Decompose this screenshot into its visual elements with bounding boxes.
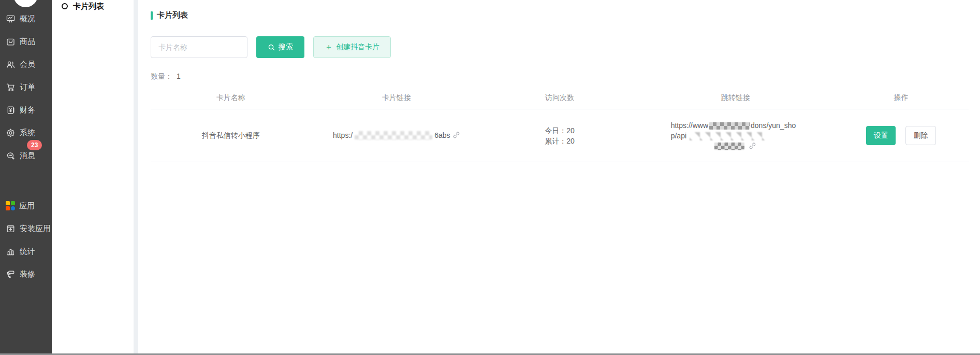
- sidebar-item-orders[interactable]: 订单: [0, 76, 52, 98]
- visit-count-block: 今日：20 累计：20: [545, 125, 575, 146]
- sidebar-item-label: 概况: [20, 14, 35, 24]
- sidebar-item-overview[interactable]: 概况: [0, 7, 52, 30]
- sidebar-item-label: 安装应用: [20, 224, 51, 234]
- gear-icon: [6, 128, 16, 138]
- sidebar-item-label: 系统: [20, 128, 35, 138]
- create-button-label: 创建抖音卡片: [336, 42, 379, 52]
- redacted-block: [714, 143, 744, 150]
- link-icon[interactable]: [452, 131, 460, 139]
- redacted-block: [355, 131, 432, 140]
- cell-jump-link: https://wwwdons/yun_sho p/api: [637, 120, 833, 151]
- header-actions: 操作: [833, 93, 969, 103]
- settings-button[interactable]: 设置: [866, 126, 896, 145]
- page-title-text: 卡片列表: [157, 10, 188, 20]
- decorate-icon: [6, 269, 16, 279]
- count-value: 1: [177, 72, 181, 80]
- sidebar-item-label: 应用: [19, 201, 35, 211]
- count-row: 数量： 1: [151, 72, 969, 81]
- sidebar-item-goods[interactable]: 商品: [0, 30, 52, 53]
- sidebar-item-label: 订单: [20, 82, 35, 92]
- submenu-item-card-list[interactable]: 卡片列表: [62, 1, 134, 11]
- main-content: 卡片列表 搜索 ＋ 创建抖音卡片 数量： 1 卡片名称 卡片链接 访问次数 跳转…: [138, 0, 980, 353]
- main-sidebar: 概况 商品 会员 订单 财务 系统: [0, 0, 52, 353]
- sidebar-nav: 概况 商品 会员 订单 财务 系统: [0, 0, 52, 286]
- sidebar-item-members[interactable]: 会员: [0, 53, 52, 76]
- create-douyin-card-button[interactable]: ＋ 创建抖音卡片: [313, 36, 391, 58]
- count-label: 数量：: [151, 72, 172, 80]
- sidebar-item-label: 财务: [20, 105, 35, 115]
- jump-link-prefix: https://www: [671, 121, 708, 130]
- apps-icon: [6, 201, 15, 210]
- header-jump-link: 跳转链接: [637, 93, 833, 103]
- visits-today-label: 今日：: [545, 126, 566, 135]
- goods-icon: [6, 37, 16, 47]
- card-table: 卡片名称 卡片链接 访问次数 跳转链接 操作 抖音私信转小程序 https:/6…: [151, 87, 969, 162]
- redacted-block: [709, 122, 750, 130]
- table-header-row: 卡片名称 卡片链接 访问次数 跳转链接 操作: [151, 87, 969, 109]
- jump-link-line3: [671, 141, 800, 151]
- sidebar-item-messages[interactable]: 消息 23: [0, 144, 52, 167]
- jump-link-block: https://wwwdons/yun_sho p/api: [671, 120, 800, 151]
- header-visit-count: 访问次数: [482, 93, 637, 103]
- cell-card-link: https:/6abs: [311, 131, 482, 140]
- members-icon: [6, 60, 16, 69]
- title-accent-bar: [151, 11, 153, 20]
- sidebar-item-apps[interactable]: 应用: [0, 194, 52, 217]
- sidebar-item-install-app[interactable]: 安装应用: [0, 217, 52, 240]
- toolbar: 搜索 ＋ 创建抖音卡片: [151, 36, 969, 58]
- sidebar-item-finance[interactable]: 财务: [0, 98, 52, 121]
- cart-icon: [6, 82, 16, 92]
- sidebar-item-label: 会员: [20, 60, 35, 69]
- card-link-prefix: https:/: [333, 131, 353, 139]
- jump-link-mid: dons/yun_sho: [751, 121, 796, 130]
- visits-total-value: 20: [566, 137, 575, 145]
- magnifier-icon: [268, 44, 275, 51]
- jump-link-line2: p/api: [671, 132, 686, 140]
- delete-button[interactable]: 删除: [905, 126, 936, 145]
- message-badge: 23: [27, 140, 42, 150]
- search-button[interactable]: 搜索: [256, 36, 304, 58]
- sidebar-item-label: 消息: [20, 151, 35, 161]
- visits-today-value: 20: [566, 126, 575, 135]
- dashboard-icon: [6, 14, 16, 24]
- sidebar-item-label: 商品: [20, 37, 35, 47]
- app-window: 概况 商品 会员 订单 财务 系统: [0, 0, 980, 353]
- card-link-suffix: 6abs: [434, 131, 450, 139]
- plus-icon: ＋: [325, 43, 333, 51]
- cell-visit-count: 今日：20 累计：20: [482, 125, 637, 146]
- link-icon[interactable]: [749, 142, 756, 150]
- sidebar-item-label: 统计: [20, 247, 35, 257]
- sidebar-item-system[interactable]: 系统: [0, 121, 52, 144]
- radio-circle-icon: [62, 3, 68, 9]
- visits-total-label: 累计：: [545, 137, 566, 145]
- stats-icon: [6, 247, 16, 257]
- submenu-item-label: 卡片列表: [73, 2, 104, 11]
- redacted-block: [690, 132, 767, 140]
- search-button-label: 搜索: [279, 42, 293, 52]
- cell-card-name: 抖音私信转小程序: [151, 131, 311, 140]
- sidebar-item-label: 装修: [20, 269, 35, 279]
- sidebar-item-decorate[interactable]: 装修: [0, 263, 52, 286]
- cell-actions: 设置 删除: [833, 126, 969, 145]
- header-card-link: 卡片链接: [311, 93, 482, 103]
- secondary-sidebar: 卡片列表: [52, 0, 134, 353]
- finance-icon: [6, 105, 16, 115]
- message-icon: [6, 151, 16, 161]
- panel-divider: [134, 0, 138, 353]
- search-input[interactable]: [151, 36, 247, 58]
- install-app-icon: [6, 224, 16, 234]
- sidebar-item-stats[interactable]: 统计: [0, 240, 52, 263]
- header-card-name: 卡片名称: [151, 93, 311, 103]
- table-row: 抖音私信转小程序 https:/6abs 今日：20 累计：20 https:/…: [151, 109, 969, 162]
- page-title: 卡片列表: [151, 10, 969, 20]
